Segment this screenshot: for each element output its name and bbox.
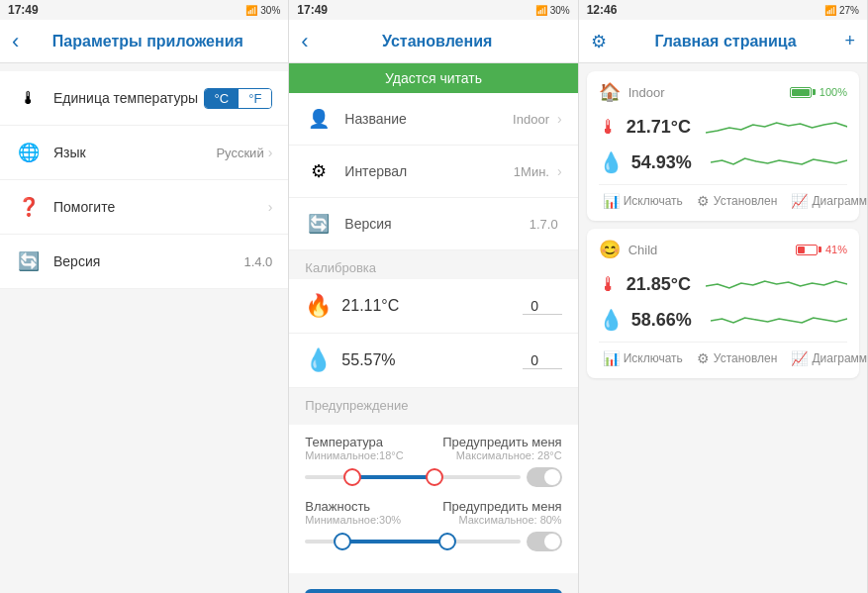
child-battery-fill — [798, 247, 805, 253]
child-chart-btn[interactable]: 📈 Диаграмма — [787, 348, 867, 368]
indoor-card-header: 🏠 Indoor 100% — [599, 81, 847, 103]
setup-version-value: 1.7.0 — [530, 217, 558, 232]
back-button-1[interactable]: ‹ — [12, 31, 19, 52]
setup-item-version: 🔄 Версия 1.7.0 — [289, 198, 577, 250]
language-label: Язык — [53, 145, 216, 160]
warn-hum-max: Максимальное: 80% — [442, 514, 561, 526]
header-2: ‹ Установления — [289, 20, 577, 63]
indoor-temp-sparkline — [706, 113, 847, 141]
settings-icon-child: ⚙ — [697, 350, 710, 366]
temp-slider-track[interactable] — [305, 475, 520, 479]
settings-item-help[interactable]: ❓ Помогите › — [0, 180, 288, 235]
interval-value: 1Мин. — [514, 164, 549, 179]
indoor-exclude-btn[interactable]: 📊 Исключать — [599, 191, 687, 211]
child-temp-svg — [706, 270, 847, 298]
celsius-button[interactable]: °C — [205, 89, 240, 108]
warning-temp-min: Минимальное:18°C — [305, 449, 442, 461]
setup-item-name[interactable]: 👤 Название Indoor › — [289, 93, 577, 146]
hum-slider-fill — [338, 540, 445, 544]
status-bar-3: 12:46 📶 27% — [579, 0, 867, 20]
child-temp-reading: 🌡 21.85°C — [599, 266, 847, 302]
hum-alert-toggle[interactable] — [527, 532, 562, 551]
add-device-icon[interactable]: + — [844, 31, 855, 51]
calib-hum-value: 55.57% — [341, 351, 522, 369]
version-label: Версия — [53, 253, 243, 269]
interval-label: Интервал — [344, 163, 514, 179]
hum-slider-track[interactable] — [305, 540, 520, 544]
exclude-icon-indoor: 📊 — [603, 193, 620, 209]
setup-items-section: 👤 Название Indoor › ⚙ Интервал 1Мин. › 🔄… — [289, 93, 577, 250]
child-card-header: 😊 Child 41% — [599, 239, 847, 260]
indoor-hum-svg — [711, 148, 847, 176]
header-title-2: Установления — [309, 33, 566, 50]
hum-slider-row — [305, 532, 561, 551]
indoor-chart-btn[interactable]: 📈 Диаграмма — [787, 191, 867, 211]
chevron-name: › — [557, 111, 562, 127]
gear-icon-main[interactable]: ⚙ — [591, 31, 607, 52]
warning-hum-main: Влажность — [305, 499, 442, 514]
calib-hum-input[interactable] — [523, 352, 562, 369]
indoor-battery: 100% — [790, 86, 847, 98]
status-icons-1: 📶 30% — [245, 5, 280, 16]
child-exclude-btn[interactable]: 📊 Исключать — [599, 348, 687, 368]
indoor-name: Indoor — [628, 85, 790, 100]
setup-item-interval[interactable]: ⚙ Интервал 1Мин. › — [289, 146, 577, 198]
temp-slider-row — [305, 467, 561, 487]
interval-icon: ⚙ — [305, 157, 333, 185]
child-actions: 📊 Исключать ⚙ Установлен 📈 Диаграмма — [599, 342, 847, 368]
setup-scroll: 👤 Название Indoor › ⚙ Интервал 1Мин. › 🔄… — [289, 93, 577, 593]
child-temp-sparkline — [706, 270, 847, 298]
name-value: Indoor — [513, 112, 549, 127]
thermometer-icon-indoor: 🌡 — [599, 116, 619, 139]
settings-scroll: 🌡 Единица температуры °C °F 🌐 Язык Русск… — [0, 63, 288, 593]
temp-alert-toggle[interactable] — [527, 467, 562, 487]
temp-slider-right-thumb[interactable] — [426, 468, 443, 486]
main-scroll: 🏠 Indoor 100% 🌡 21.71°C — [579, 63, 867, 593]
back-button-2[interactable]: ‹ — [301, 31, 308, 52]
child-settings-btn[interactable]: ⚙ Установлен — [693, 348, 782, 368]
indoor-action-2: Установлен — [714, 194, 778, 208]
battery-text-1: 30% — [260, 5, 280, 16]
indoor-battery-fill — [792, 89, 810, 96]
thermometer-icon-child: 🌡 — [599, 273, 619, 296]
child-hum-sparkline — [711, 306, 847, 334]
indoor-settings-btn[interactable]: ⚙ Установлен — [693, 191, 782, 211]
indoor-hum-sparkline — [711, 148, 847, 176]
battery-text-2: 30% — [550, 5, 570, 16]
time-2: 17:49 — [297, 3, 328, 17]
fahrenheit-button[interactable]: °F — [239, 89, 271, 108]
chevron-interval: › — [557, 163, 562, 179]
thermometer-icon: 🌡 — [16, 85, 42, 111]
calib-hum: 💧 55.57% — [289, 334, 577, 388]
settings-item-version: 🔄 Версия 1.4.0 — [0, 235, 288, 289]
child-action-2: Установлен — [714, 351, 778, 365]
header-3: ⚙ Главная страница + — [579, 20, 867, 63]
settings-item-language[interactable]: 🌐 Язык Русский › — [0, 126, 288, 180]
warning-section: Температура Минимальное:18°C Предупредит… — [289, 425, 577, 573]
status-icons-3: 📶 27% — [824, 5, 859, 16]
temp-slider-left-thumb[interactable] — [343, 468, 361, 486]
hum-slider-left-thumb[interactable] — [334, 533, 351, 550]
chevron-help: › — [268, 199, 273, 215]
child-battery-pct: 41% — [825, 244, 847, 255]
calib-temp-input[interactable] — [523, 298, 562, 315]
calib-temp: 🔥 21.11°C — [289, 279, 577, 334]
reset-button[interactable]: Сброс — [305, 589, 561, 593]
help-icon: ❓ — [16, 194, 42, 220]
warning-section-header: Предупреждение — [289, 388, 577, 417]
hum-slider-right-thumb[interactable] — [438, 533, 456, 550]
child-temp-val: 21.85°C — [627, 274, 706, 295]
indoor-battery-pct: 100% — [820, 86, 847, 98]
setup-version-icon: 🔄 — [305, 210, 333, 238]
time-3: 12:46 — [587, 3, 618, 17]
status-bar-2: 17:49 📶 30% — [289, 0, 577, 20]
exclude-icon-child: 📊 — [603, 350, 620, 366]
language-value: Русский — [216, 146, 263, 160]
warning-temp-right: Предупредить меня Максимальное: 28°C — [442, 435, 561, 461]
temp-toggle[interactable]: °C °F — [204, 88, 273, 109]
warning-hum-right: Предупредить меня Максимальное: 80% — [442, 499, 561, 526]
child-action-1: Исключать — [624, 351, 683, 365]
indoor-temp-svg — [706, 113, 847, 141]
drop-icon-child: 💧 — [599, 308, 624, 332]
name-label: Название — [344, 111, 513, 127]
